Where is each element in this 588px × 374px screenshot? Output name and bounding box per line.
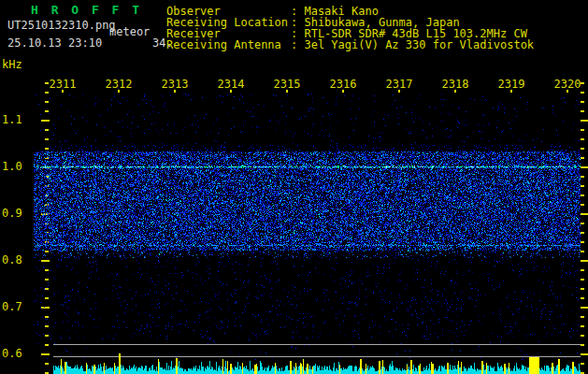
freq-tick-right — [581, 269, 584, 271]
spectrogram-canvas — [34, 94, 581, 374]
freq-tick-right — [581, 344, 584, 346]
freq-axis-unit: kHz — [2, 58, 22, 71]
freq-tick-right — [581, 353, 588, 355]
time-tick-label: 2311 — [42, 78, 83, 91]
time-tick — [62, 90, 64, 93]
freq-tick-label: 1.0 — [2, 160, 36, 173]
freq-tick-right — [581, 129, 584, 131]
freq-tick-right — [581, 297, 584, 299]
time-tick — [118, 90, 120, 93]
time-tick — [342, 90, 344, 93]
freq-tick-left — [45, 82, 49, 84]
output-filename: UT2510132310.png — [7, 19, 116, 32]
time-tick-label: 2318 — [435, 78, 476, 91]
freq-tick-right — [581, 232, 584, 234]
freq-tick-right — [581, 316, 584, 318]
time-tick-label: 2312 — [98, 78, 139, 91]
freq-tick-right — [581, 213, 588, 215]
freq-tick-right — [581, 288, 584, 290]
time-tick — [510, 90, 512, 93]
freq-tick-right — [581, 260, 588, 262]
time-tick-label: 2314 — [210, 78, 251, 91]
freq-tick-right — [581, 363, 584, 365]
app-title: H R O F F T — [31, 3, 142, 17]
freq-tick-label: 1.1 — [2, 113, 36, 126]
time-tick — [454, 90, 456, 93]
datetime-label: 25.10.13 23:10 — [7, 36, 102, 50]
freq-tick-right — [581, 176, 584, 178]
freq-tick-right — [581, 307, 588, 309]
time-tick-label: 2313 — [154, 78, 195, 91]
freq-tick-right — [581, 157, 584, 159]
freq-tick-right — [581, 325, 584, 327]
freq-tick-right — [581, 92, 584, 94]
time-tick — [398, 90, 400, 93]
station-name: meteor — [109, 25, 150, 38]
time-tick-label: 2317 — [379, 78, 420, 91]
freq-tick-right — [581, 204, 584, 206]
header-field-row: Receiving Antenna: 3el Yagi(V) Az 330 fo… — [166, 38, 534, 51]
freq-tick-right — [581, 279, 584, 280]
time-tick-label: 2315 — [266, 78, 308, 91]
hrofft-spectrogram-image: H R O F F T UT2510132310.png meteor 25.1… — [0, 0, 588, 374]
header-field-value: : 3el Yagi(V) Az 330 for Vladivostok — [291, 38, 534, 51]
freq-tick-right — [581, 251, 584, 252]
freq-tick-right — [581, 166, 588, 168]
freq-tick-label: 0.6 — [2, 347, 36, 360]
freq-tick-right — [581, 194, 584, 196]
freq-tick-right — [581, 223, 584, 224]
freq-tick-right — [581, 101, 584, 103]
time-tick — [286, 90, 288, 93]
freq-tick-right — [581, 185, 584, 187]
freq-tick-right — [581, 148, 584, 150]
time-tick — [566, 90, 568, 93]
time-tick — [230, 90, 232, 93]
freq-tick-right — [581, 82, 584, 84]
freq-tick-right — [581, 335, 584, 337]
time-tick-label: 2319 — [491, 78, 532, 91]
freq-tick-label: 0.7 — [2, 300, 36, 313]
freq-tick-right — [581, 110, 584, 112]
freq-tick-label: 0.9 — [2, 207, 36, 220]
time-tick-label: 2316 — [323, 78, 364, 91]
freq-tick-right — [581, 138, 584, 140]
time-tick — [174, 90, 176, 93]
time-tick-label: 2320 — [547, 78, 588, 91]
freq-tick-right — [581, 120, 588, 122]
freq-tick-label: 0.8 — [2, 253, 36, 266]
freq-tick-right — [581, 241, 584, 243]
header-field-label: Receiving Antenna — [166, 38, 291, 51]
